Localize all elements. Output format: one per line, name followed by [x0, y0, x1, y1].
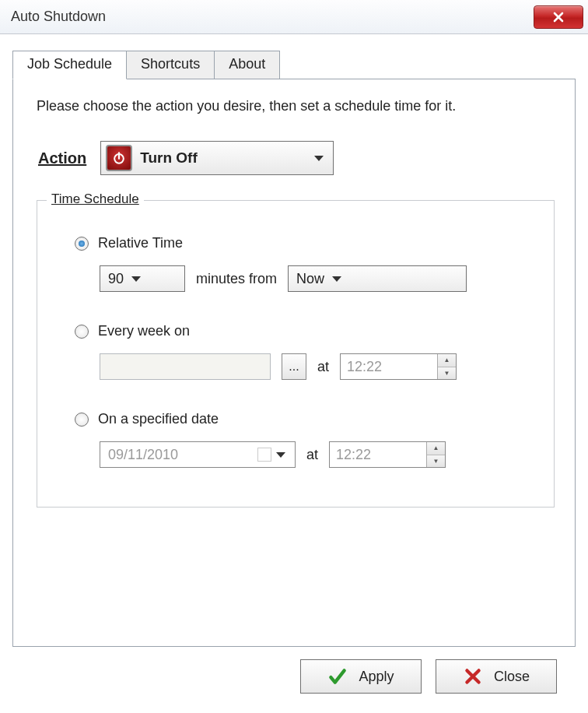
- action-selected: Turn Off: [140, 149, 306, 167]
- weekly-days-browse-button[interactable]: ...: [282, 353, 306, 380]
- weekly-subrow: ... at 12:22 ▲ ▼: [100, 353, 527, 380]
- tab-job-schedule[interactable]: Job Schedule: [12, 51, 127, 79]
- specified-time-up[interactable]: ▲: [427, 442, 445, 455]
- weekly-time-up[interactable]: ▲: [438, 354, 456, 367]
- minutes-from-text: minutes from: [196, 271, 277, 287]
- close-icon: [551, 9, 566, 25]
- specified-time-down[interactable]: ▼: [427, 455, 445, 468]
- weekly-time-down[interactable]: ▼: [438, 367, 456, 380]
- tab-strip: Job Schedule Shortcuts About: [12, 50, 576, 79]
- radio-specified-label: On a specified date: [98, 411, 219, 427]
- radio-relative-label: Relative Time: [98, 235, 183, 251]
- chevron-down-icon: [131, 276, 141, 282]
- weekly-days-input[interactable]: [100, 353, 271, 380]
- window-title: Auto Shutdown: [11, 9, 106, 25]
- specified-subrow: 09/11/2010 at 12:22 ▲ ▼: [100, 441, 527, 468]
- x-icon: [463, 666, 483, 687]
- radio-relative-time[interactable]: [75, 237, 89, 251]
- radio-row-specified: On a specified date: [75, 411, 527, 427]
- from-select[interactable]: Now: [288, 265, 467, 292]
- radio-specified-date[interactable]: [75, 413, 89, 427]
- date-value: 09/11/2010: [108, 447, 253, 463]
- title-bar: Auto Shutdown: [0, 0, 588, 34]
- check-icon: [327, 666, 348, 687]
- calendar-icon: [257, 448, 271, 462]
- window-close-button[interactable]: [534, 5, 583, 29]
- weekly-at-text: at: [317, 359, 329, 375]
- chevron-down-icon: [276, 452, 285, 458]
- weekly-time-value: 12:22: [347, 359, 437, 375]
- close-label: Close: [494, 669, 530, 685]
- specified-time-value: 12:22: [336, 447, 426, 463]
- time-schedule-group: Time Schedule Relative Time 90 minutes f…: [37, 200, 555, 508]
- intro-text: Please choose the action you desire, the…: [37, 98, 555, 114]
- chevron-down-icon: [314, 156, 324, 161]
- weekly-time-spinner[interactable]: 12:22 ▲ ▼: [340, 353, 457, 380]
- action-label: Action: [38, 149, 86, 167]
- radio-row-relative: Relative Time: [75, 235, 527, 251]
- tab-page-job-schedule: Please choose the action you desire, the…: [12, 79, 576, 647]
- from-value: Now: [296, 271, 324, 287]
- radio-weekly[interactable]: [75, 325, 89, 339]
- close-button[interactable]: Close: [436, 659, 557, 694]
- relative-subrow: 90 minutes from Now: [100, 265, 527, 292]
- time-schedule-legend: Time Schedule: [47, 191, 144, 207]
- apply-button[interactable]: Apply: [300, 659, 422, 694]
- chevron-down-icon: [332, 276, 341, 282]
- minutes-select[interactable]: 90: [100, 265, 185, 292]
- minutes-value: 90: [108, 271, 124, 287]
- action-row: Action Turn Off: [38, 141, 555, 175]
- radio-row-weekly: Every week on: [75, 323, 527, 339]
- apply-label: Apply: [359, 669, 394, 685]
- tab-shortcuts[interactable]: Shortcuts: [126, 51, 215, 79]
- button-bar: Apply Close: [12, 647, 576, 694]
- specified-at-text: at: [306, 447, 318, 463]
- tab-about[interactable]: About: [214, 51, 280, 79]
- date-picker[interactable]: 09/11/2010: [100, 441, 296, 468]
- client-area: Job Schedule Shortcuts About Please choo…: [0, 34, 588, 704]
- specified-time-spinner[interactable]: 12:22 ▲ ▼: [329, 441, 446, 468]
- power-icon: [106, 145, 132, 171]
- radio-weekly-label: Every week on: [98, 323, 190, 339]
- action-select[interactable]: Turn Off: [100, 141, 334, 175]
